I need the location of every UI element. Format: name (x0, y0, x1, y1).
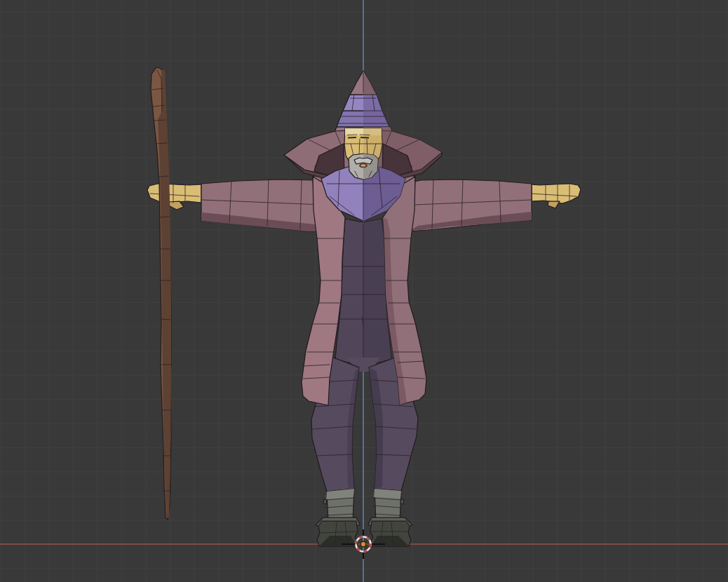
beard (349, 154, 378, 180)
cursor-origin-dot (360, 541, 366, 547)
3d-viewport[interactable] (0, 0, 728, 582)
viewport-canvas (0, 0, 728, 582)
